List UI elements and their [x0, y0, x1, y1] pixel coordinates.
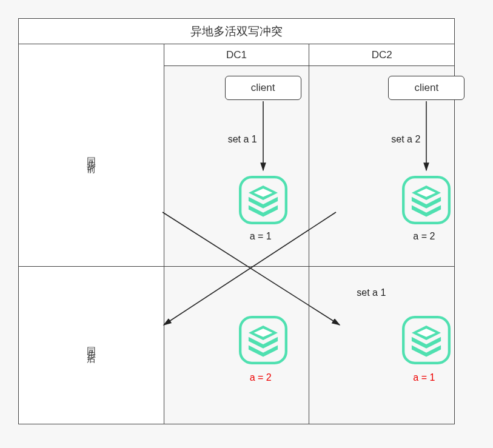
op-label-before-dc1: set a 1 [228, 134, 257, 145]
op-label-before-dc2: set a 2 [391, 134, 420, 145]
state-label-after-dc1: a = 2 [250, 372, 272, 383]
database-icon [400, 174, 452, 226]
row-label-after: 同步后 [19, 266, 164, 424]
diagram-root: 异地多活双写冲突 同步前 DC1 DC2 client [18, 18, 455, 424]
cell-before-dc2: client set a 2 a = 2 [309, 66, 455, 266]
state-label-after-dc2: a = 1 [413, 372, 435, 383]
client-label: client [414, 82, 438, 94]
database-icon [237, 174, 289, 226]
client-box-dc2: client [388, 76, 464, 100]
database-icon [400, 314, 452, 366]
client-box-dc1: client [225, 76, 301, 100]
col-header-dc1: DC1 [164, 44, 309, 66]
col-header-dc2: DC2 [309, 44, 455, 66]
op-label-after-dc2: set a 1 [357, 287, 386, 298]
state-label-before-dc1: a = 1 [250, 231, 272, 242]
client-label: client [251, 82, 275, 94]
database-icon [237, 314, 289, 366]
row-label-before: 同步前 [19, 44, 164, 267]
cell-after-dc2: set a 1 a = 1 [309, 266, 455, 424]
cell-before-dc1: client set a 1 a = 1 [164, 66, 309, 266]
cell-after-dc1: set a 2 a = 2 [164, 266, 309, 424]
state-label-before-dc2: a = 2 [413, 231, 435, 242]
diagram-title: 异地多活双写冲突 [19, 19, 455, 44]
diagram-grid: 异地多活双写冲突 同步前 DC1 DC2 client [18, 18, 455, 424]
